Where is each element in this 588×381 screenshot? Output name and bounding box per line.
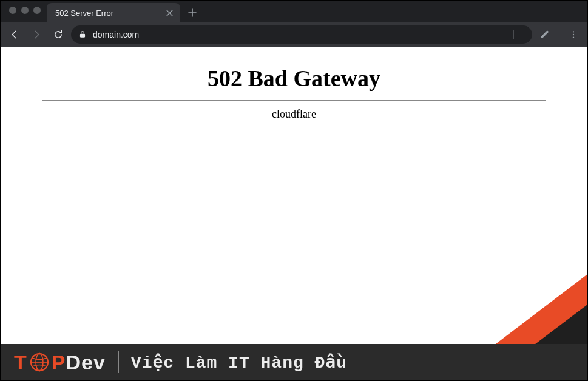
svg-rect-0 — [80, 34, 85, 38]
svg-point-14 — [44, 356, 46, 357]
window-controls — [7, 1, 47, 22]
maximize-window-button[interactable] — [33, 7, 41, 14]
svg-point-1 — [573, 31, 574, 32]
edit-url-icon[interactable] — [536, 25, 554, 44]
tab-title: 502 Server Error — [55, 8, 160, 18]
reload-button[interactable] — [49, 25, 67, 44]
svg-point-10 — [38, 369, 40, 371]
lock-icon — [78, 30, 87, 39]
url-text: domain.com — [93, 30, 509, 39]
toolbar-divider — [559, 29, 559, 40]
page-content: 502 Bad Gateway cloudflare — [1, 47, 587, 121]
svg-point-9 — [38, 352, 40, 354]
svg-point-12 — [47, 361, 49, 363]
back-button[interactable] — [5, 25, 24, 44]
browser-window: 502 Server Error domain.com — [1, 1, 587, 47]
tab-bar: 502 Server Error — [1, 1, 587, 22]
address-bar-divider — [513, 30, 514, 39]
svg-point-16 — [44, 368, 46, 369]
browser-tab[interactable]: 502 Server Error — [47, 3, 180, 22]
logo-letter-p: P — [52, 351, 66, 374]
svg-point-11 — [30, 361, 32, 363]
kebab-menu-button[interactable] — [564, 25, 583, 44]
error-heading: 502 Bad Gateway — [1, 65, 587, 92]
divider — [42, 100, 547, 101]
banner-tagline: Việc Làm IT Hàng Đầu — [131, 352, 347, 373]
logo-text-dev: Dev — [66, 351, 105, 374]
brand-banner: T P Dev Việc Làm IT Hàng Đầu — [1, 344, 587, 380]
browser-toolbar: domain.com — [1, 22, 587, 47]
svg-point-15 — [32, 368, 34, 369]
close-tab-button[interactable] — [164, 8, 174, 18]
close-window-button[interactable] — [9, 7, 16, 14]
banner-divider — [118, 351, 119, 373]
minimize-window-button[interactable] — [21, 7, 29, 14]
address-bar[interactable]: domain.com — [71, 25, 532, 44]
logo-globe-icon — [29, 351, 50, 373]
logo-letter-t: T — [14, 351, 27, 374]
topdev-logo: T P Dev — [14, 351, 106, 374]
svg-point-2 — [573, 34, 574, 35]
svg-point-13 — [32, 356, 34, 357]
new-tab-button[interactable] — [184, 4, 201, 21]
forward-button[interactable] — [27, 25, 46, 44]
svg-point-3 — [573, 36, 574, 38]
provider-text: cloudflare — [1, 108, 587, 121]
